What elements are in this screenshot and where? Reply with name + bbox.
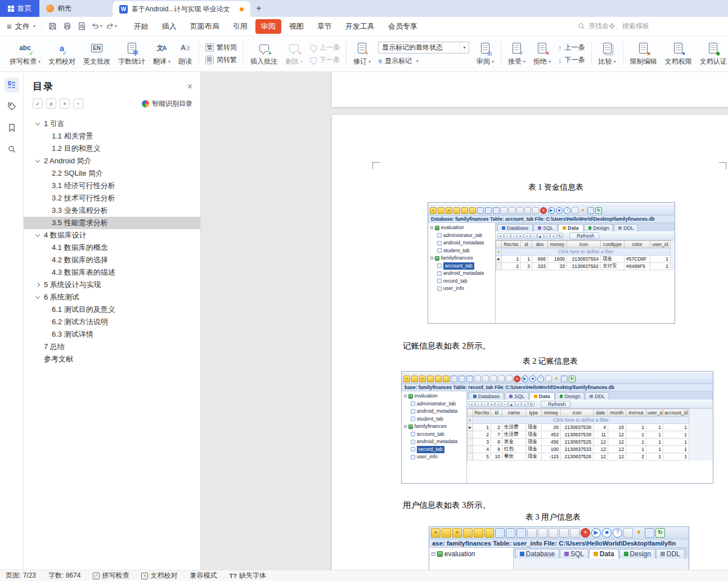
toc-select-button[interactable]: ✓ <box>33 99 43 109</box>
page-indicator[interactable]: 页面: 7/23 <box>6 571 36 580</box>
grid-column-header[interactable]: RecNo <box>502 241 521 248</box>
toc-item[interactable]: 2 Android 简介 <box>24 155 200 167</box>
db-tab-ddl[interactable]: DDL <box>614 224 638 231</box>
post-edit-button[interactable]: ✓ <box>515 401 522 407</box>
expand-icon[interactable]: − <box>432 552 435 556</box>
help-icon[interactable]: ? <box>537 376 544 382</box>
toc-item[interactable]: 1.2 目的和意义 <box>24 142 200 155</box>
cut-icon[interactable] <box>498 376 505 382</box>
close-icon[interactable]: × <box>187 82 192 92</box>
db-tab-design[interactable]: Design <box>619 549 655 558</box>
save-button[interactable] <box>46 20 60 33</box>
drop-database-icon[interactable]: × <box>446 207 452 214</box>
markup-state-select[interactable]: 显示标记的最终状态 ▾ <box>378 42 469 53</box>
edit-table-icon[interactable] <box>506 528 515 538</box>
doc-proofread-button[interactable]: a✓ 文档校对 <box>44 38 79 70</box>
db-tab-database[interactable]: Database <box>515 549 559 558</box>
chevron-icon[interactable] <box>35 294 40 298</box>
document-tab[interactable]: W 基于Android...计与实现 毕业论文 <box>113 1 250 17</box>
grid-column-header[interactable]: cordtype <box>601 241 624 248</box>
cut-icon[interactable] <box>524 207 531 214</box>
print-preview-button[interactable] <box>75 20 89 33</box>
delete-record-button[interactable]: − <box>502 401 508 407</box>
db-tab-ddl[interactable]: DDL <box>585 392 609 400</box>
grid-column-header[interactable]: id <box>491 409 502 417</box>
menu-item[interactable]: 会员专享 <box>383 19 423 34</box>
next-record-button[interactable]: › <box>511 233 517 239</box>
accept-change-button[interactable]: ✓ 接受▾ <box>504 38 529 70</box>
refresh-button[interactable]: Refresh <box>569 233 600 239</box>
trad-to-simp-button[interactable]: 繁繁转简 <box>205 43 237 52</box>
doc-certify-button[interactable]: ◆ 文档认证 <box>696 38 728 70</box>
simp-to-trad-button[interactable]: 简简转繁 <box>205 55 237 65</box>
toc-reduce-button[interactable]: − <box>73 99 83 109</box>
next-change-button[interactable]: ↓下一条 <box>558 55 585 65</box>
compat-mode-indicator[interactable]: 兼容模式 <box>190 571 217 580</box>
toc-item[interactable]: 7 总结 <box>24 341 200 353</box>
print-icon[interactable] <box>516 207 523 214</box>
grid-column-header[interactable]: date <box>594 409 608 417</box>
print-button[interactable] <box>61 20 74 33</box>
grid-column-header[interactable]: icon <box>567 241 601 248</box>
help-icon[interactable]: ? <box>613 528 622 538</box>
grid-column-header[interactable]: des <box>532 241 548 248</box>
word-count-indicator[interactable]: 字数: 8674 <box>48 571 80 580</box>
grid-column-header[interactable]: account_id <box>663 409 689 417</box>
close-icon[interactable]: × <box>540 207 547 214</box>
grid-row[interactable]: 49红包现金10021308375331212111 <box>468 446 689 453</box>
last-record-button[interactable]: » <box>488 401 495 407</box>
prior-record-button[interactable]: ‹ <box>504 233 510 239</box>
restore-database-icon[interactable] <box>469 207 476 214</box>
first-record-button[interactable]: « <box>497 233 504 239</box>
toc-item[interactable]: 6.3 测试详情 <box>24 328 200 341</box>
db-tree-node[interactable]: student_tab <box>428 247 495 255</box>
save-icon[interactable] <box>509 207 515 214</box>
toc-collapse-button[interactable]: ∧ <box>46 99 56 109</box>
file-menu-button[interactable]: ≡ 文件 ▾ <box>0 21 41 32</box>
db-tab-data[interactable]: Data <box>558 224 583 231</box>
db-tab-sql[interactable]: SQL <box>560 549 588 558</box>
filter-icon[interactable]: ▼ <box>634 528 644 538</box>
expand-icon[interactable]: − <box>404 425 407 428</box>
drop-table-icon[interactable] <box>493 207 500 214</box>
grid-column-header[interactable]: name <box>502 409 526 417</box>
missing-fonts-indicator[interactable]: T?缺失字体 <box>229 571 266 580</box>
copy-icon[interactable] <box>506 376 513 382</box>
toc-item[interactable]: 3.2 技术可行性分析 <box>24 192 200 204</box>
new-table-icon[interactable] <box>495 528 505 538</box>
prev-comment-button[interactable]: 上一条 <box>310 43 340 52</box>
restore-database-icon[interactable] <box>484 528 494 538</box>
settings-icon[interactable] <box>572 207 578 214</box>
execute-icon[interactable]: ▶ <box>548 207 555 214</box>
edit-database-icon[interactable] <box>438 207 444 214</box>
post-edit-button[interactable]: ✓ <box>544 233 550 239</box>
db-tree-node[interactable]: −evaluation <box>402 392 466 400</box>
grid-view-icon[interactable] <box>561 376 568 382</box>
chevron-icon[interactable] <box>35 158 40 162</box>
word-count-button[interactable]: 字 字数统计 <box>114 38 149 70</box>
grid-column-header[interactable]: money <box>542 409 561 417</box>
db-tab-database[interactable]: Database <box>497 224 533 231</box>
db-tab-sql[interactable]: SQL <box>533 224 558 231</box>
insert-comment-button[interactable]: + 插入批注 <box>246 38 281 70</box>
db-tree-node[interactable]: android_metadata <box>428 270 495 278</box>
add-database-icon[interactable]: + <box>430 207 437 214</box>
close-icon[interactable]: × <box>514 376 520 382</box>
edit-table-icon[interactable] <box>459 376 465 382</box>
grid-filter-row[interactable]: Click here to define a filter <box>502 248 671 256</box>
review-button[interactable]: ◎ 审阅▾ <box>473 38 498 70</box>
db-tab-ddl[interactable]: DDL <box>656 549 685 558</box>
database-properties-icon[interactable] <box>453 207 460 214</box>
spell-check-button[interactable]: abc✓ 拼写检查▾ <box>6 38 44 70</box>
grid-row[interactable]: 510餐饮现金-11521308375261212211 <box>468 453 689 461</box>
refresh-data-icon[interactable]: ↻ <box>595 207 602 214</box>
insert-record-button[interactable]: + <box>524 233 530 239</box>
toc-item[interactable]: 3.1 经济可行性分析 <box>24 180 200 192</box>
restore-database-icon[interactable] <box>443 376 450 382</box>
toc-item[interactable]: 3.5 性能需求分析 <box>24 217 200 229</box>
spell-check-toggle[interactable]: ✓拼写检查 <box>93 571 129 580</box>
menu-item[interactable]: 视图 <box>284 19 309 34</box>
print-icon[interactable] <box>490 376 497 382</box>
doc-permission-button[interactable]: ● 文档权限 <box>661 38 696 70</box>
bookmark-panel-button[interactable] <box>5 120 19 135</box>
